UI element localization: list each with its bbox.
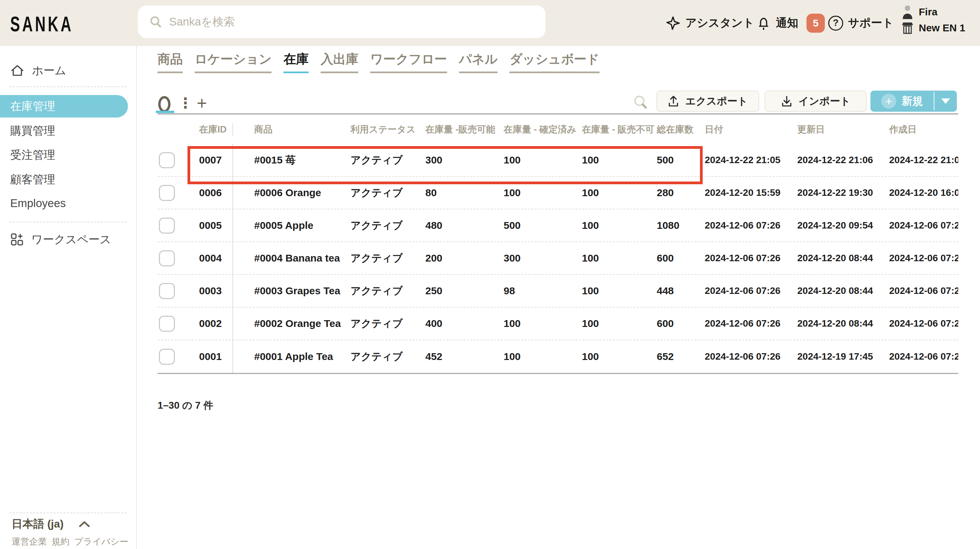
cell-updated: 2024-12-20 08:44 (797, 308, 889, 340)
cell-product: #0001 Apple Tea (232, 340, 350, 373)
table-row[interactable]: 0003 #0003 Grapes Tea アクティブ 250 98 100 4… (158, 275, 958, 308)
tab-dashboard[interactable]: ダッシュボード (509, 51, 599, 73)
column-header-available: 在庫量 -販売可能 (425, 123, 504, 136)
cell-updated: 2024-12-22 21:06 (797, 144, 889, 176)
tab-locations[interactable]: ロケーション (195, 51, 272, 73)
column-header-status: 利用ステータス (350, 123, 425, 136)
sidebar-item-label: 在庫管理 (10, 99, 55, 114)
cell-status: アクティブ (350, 242, 425, 274)
sidebar-item-orders[interactable]: 受注管理 (0, 144, 136, 166)
sidebar-item-customers[interactable]: 顧客管理 (0, 169, 136, 190)
download-icon (781, 95, 792, 107)
column-header-stock-id: 在庫ID (177, 123, 232, 136)
row-checkbox[interactable] (159, 250, 175, 267)
cell-product: #0006 Orange (232, 177, 350, 209)
row-checkbox[interactable] (159, 185, 175, 201)
main-content: 商品 ロケーション 在庫 入出庫 ワークフロー パネル ダッシュボード ⋮ + … (137, 46, 980, 549)
table-search-icon[interactable] (633, 94, 649, 110)
tab-inventory[interactable]: 在庫 (283, 51, 309, 73)
section-tabs: 商品 ロケーション 在庫 入出庫 ワークフロー パネル ダッシュボード (158, 51, 600, 73)
table-row-highlighted[interactable]: 0007 #0015 苺 アクティブ 300 100 100 500 2024-… (158, 144, 958, 177)
cell-unavailable: 100 (582, 177, 657, 209)
sidebar-item-label: Employees (10, 197, 66, 210)
inventory-table: 在庫ID 商品 利用ステータス 在庫量 -販売可能 在庫量 - 確定済み 在庫量… (158, 113, 958, 374)
cell-date: 2024-12-06 07:26 (705, 275, 797, 307)
link-terms[interactable]: 規約 (52, 536, 69, 547)
workspace-name: New EN 1 (919, 22, 966, 34)
cell-product: #0002 Orange Tea (232, 308, 350, 340)
sparkle-icon (666, 16, 681, 31)
search-input[interactable] (169, 15, 509, 28)
tab-products[interactable]: 商品 (158, 51, 183, 73)
table-row[interactable]: 0006 #0006 Orange アクティブ 80 100 100 280 2… (158, 177, 958, 209)
cell-committed: 100 (504, 144, 582, 176)
cell-committed: 100 (504, 340, 582, 373)
cell-status: アクティブ (350, 340, 425, 373)
export-label: エクスポート (685, 94, 748, 108)
notifications-button[interactable]: 通知 5 (756, 0, 825, 46)
cell-unavailable: 100 (582, 209, 657, 241)
cell-date: 2024-12-22 21:05 (705, 144, 797, 176)
new-button[interactable]: + 新規 (870, 91, 934, 112)
sidebar-footer-links: 運営企業 規約 プライバシー (11, 536, 128, 547)
column-header-product: 商品 (232, 123, 350, 136)
view-tab-icon[interactable] (158, 96, 170, 112)
sidebar-item-employees[interactable]: Employees (0, 192, 136, 214)
row-checkbox[interactable] (159, 152, 175, 168)
cell-updated: 2024-12-20 08:44 (797, 275, 889, 307)
notification-badge: 5 (807, 14, 825, 33)
new-button-group: + 新規 (870, 91, 957, 112)
cell-product: #0015 苺 (232, 144, 350, 176)
tab-panel[interactable]: パネル (459, 51, 498, 73)
sidebar: ホーム 在庫管理 購買管理 受注管理 顧客管理 Employees ワークスペー… (0, 46, 137, 549)
row-checkbox[interactable] (159, 218, 175, 234)
more-options-icon[interactable]: ⋮ (178, 95, 192, 112)
table-row[interactable]: 0002 #0002 Orange Tea アクティブ 400 100 100 … (158, 308, 958, 340)
row-checkbox[interactable] (159, 283, 175, 299)
cell-total: 600 (657, 308, 705, 340)
user-menu[interactable]: Fira New EN 1 (901, 5, 966, 35)
link-company[interactable]: 運営企業 (11, 536, 47, 547)
app-logo[interactable]: SANKA (10, 11, 73, 36)
language-selector[interactable]: 日本語 (ja) (11, 517, 90, 531)
cell-available: 452 (425, 340, 504, 373)
result-count: 1–30 の 7 件 (158, 399, 213, 412)
cell-updated: 2024-12-20 09:54 (797, 209, 889, 241)
column-header-updated: 更新日 (797, 123, 889, 136)
table-row[interactable]: 0005 #0005 Apple アクティブ 480 500 100 1080 … (158, 209, 958, 242)
chevron-up-icon (79, 521, 90, 528)
link-privacy[interactable]: プライバシー (74, 536, 128, 547)
import-button[interactable]: インポート (765, 91, 867, 112)
row-checkbox[interactable] (159, 316, 175, 332)
cell-updated: 2024-12-19 17:45 (797, 340, 889, 373)
cell-status: アクティブ (350, 144, 425, 176)
sidebar-item-label: 受注管理 (10, 147, 55, 163)
support-button[interactable]: ? サポート (828, 0, 894, 46)
table-row[interactable]: 0001 #0001 Apple Tea アクティブ 452 100 100 6… (158, 340, 958, 373)
cell-committed: 100 (504, 177, 582, 209)
notifications-label: 通知 (776, 15, 798, 31)
tab-inout[interactable]: 入出庫 (321, 51, 358, 73)
cell-date: 2024-12-20 15:59 (705, 177, 797, 209)
cell-available: 400 (425, 308, 504, 340)
cell-available: 80 (425, 177, 504, 209)
cell-stock-id: 0007 (177, 144, 232, 176)
export-button[interactable]: エクスポート (656, 91, 759, 112)
cell-stock-id: 0001 (177, 340, 232, 373)
sidebar-item-home[interactable]: ホーム (0, 60, 136, 81)
sidebar-item-purchasing[interactable]: 購買管理 (0, 120, 136, 142)
cell-total: 280 (657, 177, 705, 209)
cell-date: 2024-12-06 07:26 (705, 242, 797, 274)
add-view-icon[interactable]: + (197, 93, 207, 113)
table-row[interactable]: 0004 #0004 Banana tea アクティブ 200 300 100 … (158, 242, 958, 275)
cell-created: 2024-12-06 07:2 (889, 308, 958, 340)
row-checkbox[interactable] (159, 349, 175, 365)
tab-workflow[interactable]: ワークフロー (370, 51, 447, 73)
new-dropdown-button[interactable] (934, 91, 957, 112)
cell-created: 2024-12-06 07:2 (889, 275, 958, 307)
assistant-button[interactable]: アシスタント (666, 0, 754, 46)
column-header-committed: 在庫量 - 確定済み (504, 123, 582, 136)
sidebar-item-inventory[interactable]: 在庫管理 (0, 95, 128, 118)
sidebar-item-workspace[interactable]: ワークスペース (0, 228, 136, 250)
chevron-down-icon (941, 99, 950, 104)
